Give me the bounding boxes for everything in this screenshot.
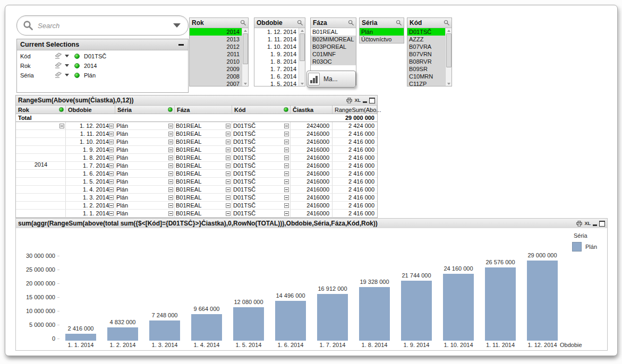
column-header[interactable]: Séria [115,106,175,114]
seria-cell[interactable]: Plán [115,178,175,185]
listbox-item[interactable]: 1. 8. 2014 [254,58,299,65]
collapse-icon[interactable] [284,124,289,128]
kod-cell[interactable]: D01TSČ [232,154,291,161]
rok-cell[interactable] [16,186,66,193]
eraser-icon[interactable] [54,62,63,70]
seria-cell[interactable]: Plán [115,186,175,193]
collapse-icon[interactable] [226,124,231,128]
obdobie-cell[interactable]: 1. 2. 2014 [66,202,115,209]
dropdown-caret-icon[interactable] [65,64,69,67]
scroll-down-icon[interactable] [300,81,304,86]
listbox-item[interactable]: 2014 [190,28,242,36]
collapse-icon[interactable] [109,211,114,216]
collapse-icon[interactable] [284,140,289,144]
scrollbar[interactable] [299,28,305,86]
listbox-item[interactable]: 2010 [190,58,242,65]
faza-cell[interactable]: B01REAL [175,146,232,153]
faza-cell[interactable]: B01REAL [175,154,232,161]
listbox-item[interactable]: C10MRN [407,73,446,80]
minimize-icon[interactable] [363,101,367,103]
search-icon[interactable] [444,20,450,26]
collapse-icon[interactable] [168,179,173,184]
collapse-icon[interactable] [168,203,173,208]
seria-cell[interactable]: Plán [115,202,175,209]
listbox-caption[interactable]: Kód [407,18,451,28]
table-year-cell[interactable]: 2014 [16,161,66,168]
listbox-item[interactable]: 2011 [190,50,242,58]
collapse-icon[interactable] [226,155,231,160]
eraser-icon[interactable] [54,53,63,60]
obdobie-cell[interactable]: 1. 4. 2014 [66,186,115,193]
rok-cell[interactable] [16,210,66,217]
kod-cell[interactable]: D01TSČ [232,202,291,209]
search-dropdown-icon[interactable] [173,23,181,28]
collapse-icon[interactable] [284,187,289,192]
search-icon[interactable] [348,20,354,26]
listbox-item[interactable]: R03OC [311,58,356,65]
collapse-icon[interactable] [109,203,114,208]
listbox-item[interactable]: C11ZP [407,80,446,86]
maximize-icon[interactable] [369,98,375,103]
excel-export-icon[interactable]: XL [354,98,361,103]
collapse-icon[interactable] [226,171,231,176]
listbox-caption[interactable]: Obdobie [254,18,305,28]
kod-cell[interactable]: D01TSČ [232,170,291,177]
listbox-item[interactable]: 1. 11. 2014 [254,36,299,43]
search-icon[interactable] [396,20,402,26]
seria-cell[interactable]: Plán [115,194,175,201]
collapse-icon[interactable] [284,171,289,176]
rok-cell[interactable] [16,178,66,185]
listbox-item[interactable]: 1. 7. 2014 [254,65,299,73]
collapse-icon[interactable] [168,163,173,168]
bar[interactable] [317,294,348,341]
listbox-item[interactable]: 1. 10. 2014 [254,43,299,50]
listbox-item[interactable]: B03POREAL [311,43,356,50]
column-header[interactable]: RangeSum(Abo... [333,106,377,114]
collapse-icon[interactable] [168,211,173,216]
scrollbar-thumb[interactable] [300,33,305,61]
kod-cell[interactable]: D01TSČ [232,178,291,185]
listbox-item[interactable]: B07VRN [407,50,446,58]
kod-cell[interactable]: D01TSČ [232,146,291,153]
bar[interactable] [443,274,474,341]
dropdown-caret-icon[interactable] [65,74,69,76]
seria-cell[interactable]: Plán [115,138,175,145]
minimized-chart-button[interactable]: Ma... [306,71,356,88]
kod-cell[interactable]: D01TSČ [232,138,291,145]
bar[interactable] [191,314,222,341]
scroll-down-icon[interactable] [243,81,248,86]
collapse-icon[interactable] [284,179,289,184]
collapse-icon[interactable] [109,163,114,168]
collapse-icon[interactable] [109,171,114,176]
collapse-icon[interactable] [226,195,231,200]
faza-cell[interactable]: B01REAL [175,194,232,201]
collapse-icon[interactable] [284,211,289,216]
print-icon[interactable] [346,98,352,103]
kod-cell[interactable]: D01TSČ [232,186,291,193]
scrollbar[interactable] [242,28,248,86]
faza-cell[interactable]: B01REAL [175,138,232,145]
scroll-down-icon[interactable] [446,81,451,86]
listbox-caption[interactable]: Rok [190,18,248,28]
collapse-icon[interactable] [226,132,231,136]
collapse-icon[interactable] [284,148,289,152]
listbox-item[interactable]: 2008 [190,73,242,80]
scrollbar[interactable] [445,28,451,86]
obdobie-cell[interactable]: 1. 1. 2014 [66,210,115,217]
dropdown-caret-icon[interactable] [65,55,69,57]
collapse-icon[interactable] [168,124,173,128]
collapse-icon[interactable] [284,132,289,136]
listbox-item[interactable]: B02MIMOREAL [311,36,356,43]
seria-cell[interactable]: Plán [115,154,175,161]
bar[interactable] [275,301,306,341]
collapse-icon[interactable] [109,132,114,136]
collapse-icon[interactable] [109,179,114,184]
faza-cell[interactable]: B01REAL [175,162,232,169]
obdobie-cell[interactable]: 1. 12. 2014 [66,122,115,129]
minimize-icon[interactable] [178,44,184,46]
collapse-icon[interactable] [168,140,173,144]
faza-cell[interactable]: B01REAL [175,186,232,193]
rok-cell[interactable] [16,170,66,177]
faza-cell[interactable]: B01REAL [175,130,232,137]
search-input[interactable]: Search [38,22,173,30]
